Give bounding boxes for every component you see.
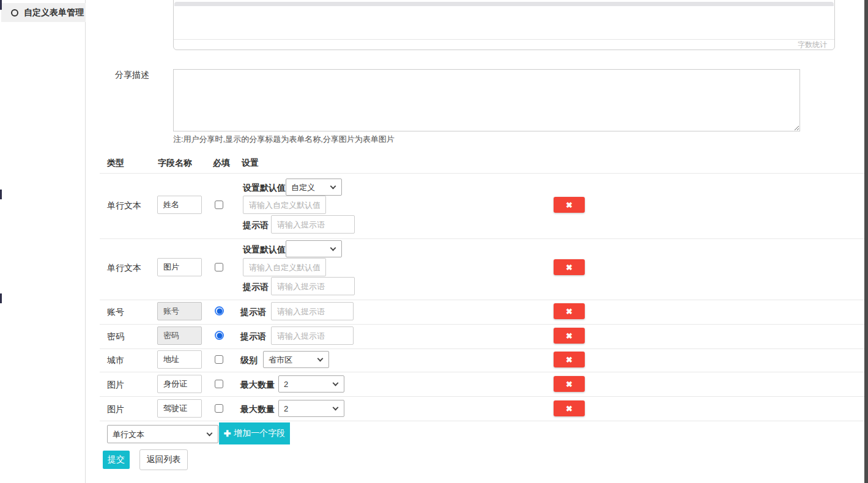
submit-button[interactable]: 提交 <box>103 451 130 469</box>
divider <box>100 396 864 397</box>
header-type: 类型 <box>107 158 124 169</box>
row-type-label: 图片 <box>107 404 124 415</box>
add-field-button-label: 增加一个字段 <box>234 428 285 439</box>
divider <box>100 300 864 300</box>
editor-toolbar-edge <box>174 2 834 6</box>
field-name-input-disabled <box>157 302 202 320</box>
field-name-input[interactable] <box>157 375 202 393</box>
max-count-label: 最大数量 <box>240 380 275 391</box>
divider <box>100 421 864 421</box>
field-name-input[interactable] <box>157 258 202 276</box>
row-type-label: 密码 <box>107 331 124 342</box>
max-count-select-control[interactable]: 2 <box>278 400 344 417</box>
header-required: 必填 <box>213 158 230 169</box>
hint-input[interactable] <box>271 215 355 234</box>
divider <box>100 173 864 174</box>
share-desc-textarea[interactable] <box>173 69 800 131</box>
required-radio-checked[interactable] <box>215 306 224 315</box>
default-value-label: 设置默认值 <box>243 245 286 256</box>
divider <box>100 372 864 372</box>
remove-field-button[interactable]: ✖ <box>554 400 585 416</box>
word-count-label: 字数统计 <box>174 39 834 50</box>
circle-bullet-icon <box>11 9 18 17</box>
page: 自定义表单管理 字数统计 分享描述 注:用户分享时,显示的分享标题为表单名称,分… <box>0 0 868 483</box>
sidebar-item-custom-form[interactable]: 自定义表单管理 <box>1 3 86 22</box>
row-type-label: 图片 <box>107 380 124 391</box>
required-checkbox[interactable] <box>215 380 223 388</box>
share-note: 注:用户分享时,显示的分享标题为表单名称,分享图片为表单图片 <box>173 134 395 145</box>
max-count-select[interactable]: 2 <box>278 400 344 417</box>
custom-default-input[interactable] <box>243 196 326 214</box>
vertical-scrollbar[interactable] <box>864 0 868 483</box>
field-name-input[interactable] <box>157 350 202 369</box>
new-field-type-select[interactable]: 单行文本 <box>107 425 218 443</box>
hint-label: 提示语 <box>243 282 269 293</box>
remove-field-button[interactable]: ✖ <box>554 376 585 392</box>
sidebar-item-label: 自定义表单管理 <box>24 7 84 18</box>
hint-label: 提示语 <box>243 220 269 231</box>
level-select[interactable]: 省市区 <box>263 351 329 368</box>
field-name-input[interactable] <box>157 399 202 418</box>
edge-artifact <box>0 190 2 199</box>
rich-text-editor[interactable]: 字数统计 <box>173 0 835 50</box>
default-value-label: 设置默认值 <box>243 183 286 194</box>
back-to-list-button[interactable]: 返回列表 <box>139 449 188 470</box>
default-value-select-control[interactable]: 自定义 <box>286 179 342 196</box>
remove-field-button[interactable]: ✖ <box>554 303 585 319</box>
share-desc-label: 分享描述 <box>115 70 149 81</box>
default-value-select[interactable]: 自定义 <box>286 179 342 196</box>
field-name-input[interactable] <box>157 196 202 214</box>
hint-label: 提示语 <box>240 307 266 318</box>
header-settings: 设置 <box>242 158 259 169</box>
row-type-label: 账号 <box>107 307 124 318</box>
max-count-select-control[interactable]: 2 <box>278 375 344 393</box>
custom-default-input[interactable] <box>243 258 326 276</box>
hint-input[interactable] <box>271 326 354 345</box>
hint-input[interactable] <box>271 277 355 295</box>
divider <box>100 238 864 239</box>
divider <box>100 324 864 325</box>
default-value-select-control[interactable] <box>286 240 342 257</box>
level-select-control[interactable]: 省市区 <box>263 351 329 368</box>
max-count-label: 最大数量 <box>240 404 275 415</box>
field-name-input-disabled <box>157 326 202 345</box>
row-type-label: 单行文本 <box>107 201 141 212</box>
required-checkbox[interactable] <box>215 355 223 364</box>
default-value-select[interactable] <box>286 240 342 257</box>
required-checkbox[interactable] <box>215 201 223 209</box>
new-field-type-select-control[interactable]: 单行文本 <box>107 425 218 443</box>
row-type-label: 单行文本 <box>107 263 141 274</box>
header-field-name: 字段名称 <box>158 158 192 169</box>
remove-field-button[interactable]: ✖ <box>554 352 585 367</box>
sidebar: 自定义表单管理 <box>0 0 86 483</box>
remove-field-button[interactable]: ✖ <box>554 259 585 275</box>
max-count-select[interactable]: 2 <box>278 375 344 393</box>
remove-field-button[interactable]: ✖ <box>554 197 585 213</box>
row-type-label: 城市 <box>107 355 124 366</box>
required-checkbox[interactable] <box>215 263 223 271</box>
hint-label: 提示语 <box>240 331 266 342</box>
edge-artifact <box>0 293 2 303</box>
hint-input[interactable] <box>271 302 354 320</box>
edge-artifact <box>0 0 2 10</box>
required-radio-checked[interactable] <box>215 331 224 340</box>
required-checkbox[interactable] <box>215 404 223 413</box>
remove-field-button[interactable]: ✖ <box>554 328 585 344</box>
add-field-button[interactable]: ✚ 增加一个字段 <box>219 422 290 444</box>
plus-icon: ✚ <box>224 429 231 438</box>
level-label: 级别 <box>240 355 258 366</box>
divider <box>100 348 864 349</box>
